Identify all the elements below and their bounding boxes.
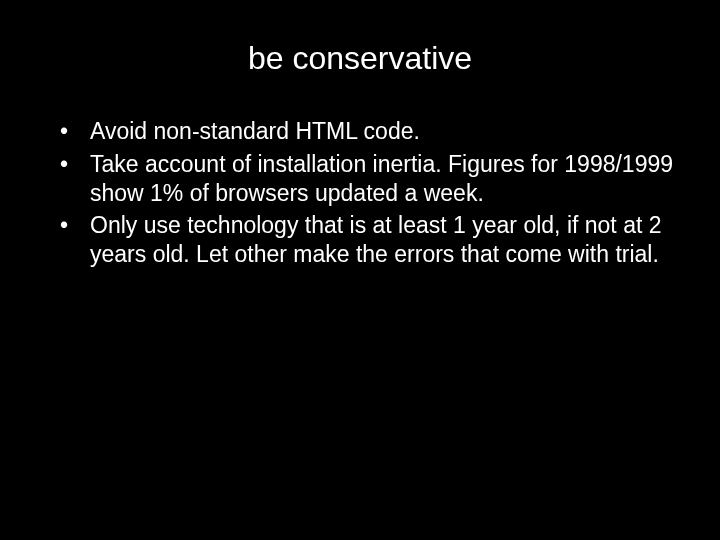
slide-title: be conservative (40, 40, 680, 77)
slide-container: be conservative Avoid non-standard HTML … (0, 0, 720, 540)
list-item: Take account of installation inertia. Fi… (60, 150, 680, 208)
list-item: Only use technology that is at least 1 y… (60, 211, 680, 269)
list-item: Avoid non-standard HTML code. (60, 117, 680, 146)
bullet-list: Avoid non-standard HTML code. Take accou… (40, 117, 680, 269)
